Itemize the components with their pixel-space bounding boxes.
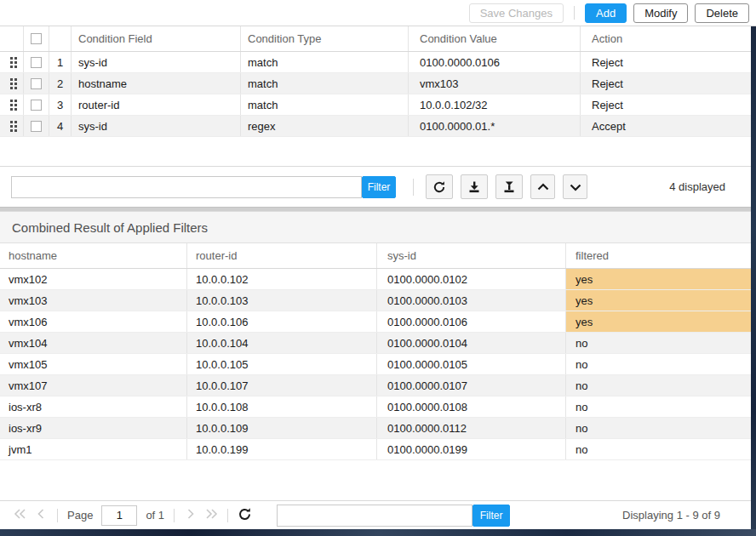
- page-label: Page: [67, 509, 93, 522]
- refresh-button[interactable]: [426, 174, 453, 199]
- results-table: hostname router-id sys-id filtered vmx10…: [0, 243, 751, 460]
- pagination-separator: [227, 509, 228, 522]
- drag-handle[interactable]: [0, 116, 24, 136]
- column-header-action[interactable]: Action: [581, 26, 756, 51]
- table-row[interactable]: 2 hostname match vmx103 Reject: [0, 73, 756, 94]
- column-header-condition-type[interactable]: Condition Type: [241, 26, 409, 51]
- row-checkbox-cell: [24, 116, 49, 136]
- chevron-down-icon: [570, 183, 581, 191]
- drag-dots-icon: [10, 100, 13, 102]
- table-row[interactable]: vmx102 10.0.0.102 0100.0000.0102 yes: [0, 269, 751, 290]
- hostname-cell: vmx104: [0, 333, 187, 353]
- move-down-button[interactable]: [563, 174, 587, 199]
- hostname-cell: vmx107: [0, 375, 187, 396]
- results-table-body: vmx102 10.0.0.102 0100.0000.0102 yes vmx…: [0, 269, 751, 460]
- prev-page-button[interactable]: [32, 507, 49, 524]
- top-toolbar: Save Changes Add Modify Delete: [0, 0, 756, 26]
- download-button[interactable]: [461, 174, 488, 199]
- displaying-status: Displaying 1 - 9 of 9: [622, 509, 720, 522]
- sys-id-cell: 0100.0000.0103: [377, 290, 566, 311]
- refresh-icon: [432, 180, 446, 194]
- column-header-hostname[interactable]: hostname: [0, 243, 187, 268]
- row-checkbox-cell: [24, 52, 49, 72]
- add-button[interactable]: Add: [585, 3, 627, 23]
- table-row[interactable]: 1 sys-id match 0100.0000.0106 Reject: [0, 52, 756, 73]
- column-header-condition-field[interactable]: Condition Field: [72, 26, 241, 51]
- column-header-filtered[interactable]: filtered: [566, 243, 751, 268]
- results-filter-button[interactable]: Filter: [472, 505, 510, 527]
- sys-id-cell: 0100.0000.0104: [377, 333, 566, 353]
- background-bottom-edge: [0, 529, 756, 536]
- column-header-condition-value[interactable]: Condition Value: [409, 26, 581, 51]
- drag-handle[interactable]: [0, 52, 24, 72]
- modify-button[interactable]: Modify: [633, 3, 688, 23]
- filtered-cell: no: [566, 396, 751, 417]
- table-row[interactable]: vmx106 10.0.0.106 0100.0000.0106 yes: [0, 311, 751, 333]
- conditions-filter-button[interactable]: Filter: [362, 176, 396, 198]
- filtered-cell: no: [566, 333, 751, 353]
- router-id-cell: 10.0.0.199: [187, 439, 377, 459]
- column-header-router-id[interactable]: router-id: [187, 243, 377, 268]
- hostname-cell: jvm1: [0, 439, 187, 459]
- double-chevron-left-icon: [14, 509, 27, 522]
- condition-type-cell: regex: [241, 116, 409, 136]
- page-number-input[interactable]: [101, 505, 137, 526]
- table-row[interactable]: vmx105 10.0.0.105 0100.0000.0105 no: [0, 354, 751, 375]
- condition-type-cell: match: [241, 94, 409, 115]
- hostname-cell: vmx103: [0, 290, 187, 311]
- results-filter-input[interactable]: [277, 505, 472, 527]
- table-row[interactable]: jvm1 10.0.0.199 0100.0000.0199 no: [0, 439, 751, 460]
- delete-button[interactable]: Delete: [695, 3, 749, 23]
- sys-id-cell: 0100.0000.0107: [377, 375, 566, 396]
- row-checkbox[interactable]: [31, 121, 42, 132]
- row-checkbox[interactable]: [31, 57, 42, 68]
- double-chevron-right-icon: [204, 509, 218, 522]
- condition-field-cell: hostname: [72, 73, 241, 94]
- toolbar-separator: [413, 179, 414, 196]
- drag-handle[interactable]: [0, 73, 24, 94]
- table-row[interactable]: vmx107 10.0.0.107 0100.0000.0107 no: [0, 375, 751, 396]
- condition-value-cell: 0100.0000.0106: [409, 52, 581, 72]
- results-refresh-button[interactable]: [236, 507, 253, 524]
- last-page-button[interactable]: [203, 507, 220, 524]
- table-row[interactable]: vmx104 10.0.0.104 0100.0000.0104 no: [0, 333, 751, 354]
- conditions-filter-input[interactable]: [11, 176, 362, 198]
- filtered-cell: no: [566, 439, 751, 459]
- toolbar-separator: [574, 6, 575, 20]
- table-row[interactable]: 4 sys-id regex 0100.0000.01.* Accept: [0, 116, 756, 137]
- row-checkbox-cell: [24, 94, 49, 115]
- first-page-button[interactable]: [12, 507, 29, 524]
- action-cell: Reject: [581, 52, 756, 72]
- table-row[interactable]: 3 router-id match 10.0.0.102/32 Reject: [0, 94, 756, 116]
- hostname-cell: ios-xr8: [0, 396, 187, 417]
- conditions-table: Condition Field Condition Type Condition…: [0, 26, 756, 137]
- select-all-checkbox[interactable]: [31, 33, 42, 44]
- upload-button[interactable]: [495, 174, 523, 199]
- row-checkbox-cell: [24, 73, 49, 94]
- hostname-cell: vmx102: [0, 269, 187, 289]
- conditions-table-header: Condition Field Condition Type Condition…: [0, 26, 756, 52]
- filtered-cell: yes: [566, 269, 751, 289]
- save-changes-button[interactable]: Save Changes: [469, 3, 564, 23]
- condition-value-cell: vmx103: [409, 73, 581, 94]
- table-row[interactable]: vmx103 10.0.0.103 0100.0000.0103 yes: [0, 290, 751, 311]
- next-page-button[interactable]: [182, 507, 199, 524]
- row-checkbox[interactable]: [31, 78, 42, 89]
- row-checkbox[interactable]: [31, 100, 42, 111]
- page-of-label: of 1: [146, 509, 164, 522]
- column-header-sys-id[interactable]: sys-id: [377, 243, 566, 268]
- router-id-cell: 10.0.0.103: [187, 290, 377, 311]
- filtered-cell: no: [566, 354, 751, 374]
- drag-handle[interactable]: [0, 94, 24, 115]
- pagination-bar: Page of 1 Filter Displaying 1 - 9 of 9: [0, 500, 751, 529]
- move-up-button[interactable]: [530, 174, 555, 199]
- drag-column-header: [0, 26, 24, 51]
- condition-field-cell: sys-id: [72, 52, 241, 72]
- router-id-cell: 10.0.0.106: [187, 311, 377, 332]
- router-id-cell: 10.0.0.107: [187, 375, 377, 396]
- filtered-cell: no: [566, 418, 751, 438]
- router-id-cell: 10.0.0.104: [187, 333, 377, 353]
- table-row[interactable]: ios-xr8 10.0.0.108 0100.0000.0108 no: [0, 396, 751, 418]
- action-cell: Accept: [581, 116, 756, 136]
- table-row[interactable]: ios-xr9 10.0.0.109 0100.0000.0112 no: [0, 418, 751, 439]
